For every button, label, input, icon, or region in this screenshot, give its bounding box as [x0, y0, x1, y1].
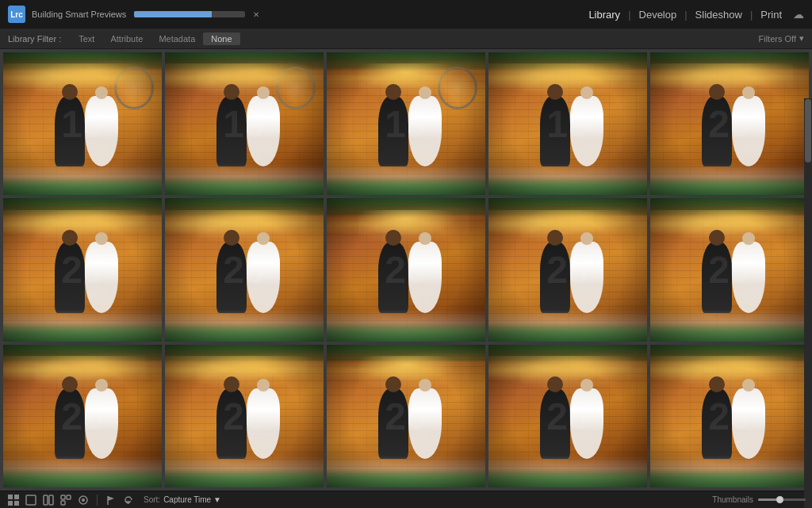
sort-label: Sort:	[144, 495, 160, 504]
cloud-icon: ☁	[793, 8, 804, 21]
progress-bar-fill	[134, 11, 212, 17]
top-navigation: Library | Develop | Slideshow | Print ☁	[582, 0, 804, 29]
photo-cell-11[interactable]: 20	[3, 345, 162, 487]
photo-cell-3[interactable]: 19	[327, 52, 485, 195]
photo-cell-8[interactable]: 20	[327, 198, 485, 341]
filter-tab-attribute[interactable]: Attribute	[102, 32, 151, 45]
filter-tab-text[interactable]: Text	[71, 32, 102, 45]
compare-view-button[interactable]	[41, 493, 56, 507]
svg-point-11	[82, 498, 85, 502]
filters-off-chevron: ▾	[799, 33, 804, 44]
grid-view-button[interactable]	[6, 493, 21, 507]
svg-rect-7	[61, 495, 65, 499]
rotate-icon[interactable]	[121, 493, 136, 507]
filter-label: Library Filter :	[8, 34, 61, 44]
svg-rect-0	[8, 495, 13, 499]
photo-cell-13[interactable]: 20	[327, 345, 485, 487]
thumbnail-size-slider[interactable]	[758, 498, 806, 501]
filters-off[interactable]: Filters Off ▾	[759, 33, 804, 44]
svg-rect-9	[61, 501, 65, 505]
svg-rect-8	[67, 495, 71, 499]
photo-cell-7[interactable]: 20	[165, 198, 324, 341]
svg-rect-2	[8, 501, 13, 506]
filter-tab-none[interactable]: None	[203, 32, 239, 45]
nav-slideshow[interactable]: Slideshow	[689, 7, 749, 22]
cinema-view-button[interactable]	[76, 493, 90, 507]
photo-cell-9[interactable]: 20	[488, 198, 647, 341]
slider-handle[interactable]	[776, 496, 783, 503]
photo-cell-1[interactable]: 19	[3, 52, 162, 195]
loupe-view-button[interactable]	[24, 493, 38, 507]
nav-develop[interactable]: Develop	[633, 7, 684, 22]
title-bar: Lrc Building Smart Previews ✕ Library | …	[0, 0, 812, 29]
slider-fill	[758, 498, 777, 501]
photo-cell-12[interactable]: 20	[165, 345, 324, 487]
svg-rect-6	[49, 495, 53, 505]
photo-cell-14[interactable]: 20	[488, 345, 647, 487]
progress-close-button[interactable]: ✕	[253, 10, 259, 19]
photo-cell-10[interactable]: 20	[650, 198, 809, 341]
filter-tab-metadata[interactable]: Metadata	[151, 32, 203, 45]
svg-rect-3	[14, 501, 19, 506]
survey-view-button[interactable]	[59, 493, 73, 507]
app-logo: Lrc	[8, 6, 25, 23]
photo-cell-5[interactable]: 20	[650, 52, 809, 195]
nav-print[interactable]: Print	[754, 7, 788, 22]
nav-library[interactable]: Library	[582, 7, 626, 22]
thumbnails-label: Thumbnails	[712, 495, 753, 504]
grid-scrollbar[interactable]	[804, 98, 812, 508]
svg-rect-1	[14, 495, 19, 499]
progress-bar-container	[134, 11, 245, 17]
photo-grid: 19 19	[0, 49, 812, 491]
grid-scrollbar-thumb[interactable]	[805, 99, 811, 162]
thumbnails-section: Thumbnails	[712, 495, 806, 504]
photo-cell-2[interactable]: 19	[165, 52, 324, 195]
photo-cell-15[interactable]: 20	[650, 345, 809, 487]
flag-icon[interactable]	[104, 493, 118, 507]
progress-title: Building Smart Previews	[32, 10, 126, 19]
svg-rect-4	[26, 495, 36, 505]
photo-cell-6[interactable]: 20	[3, 198, 162, 341]
filter-bar: Library Filter : Text Attribute Metadata…	[0, 29, 812, 49]
photo-cell-4[interactable]: 19	[488, 52, 647, 195]
sort-dropdown[interactable]: Capture Time ▼	[163, 495, 221, 504]
bottom-toolbar: Sort: Capture Time ▼ Thumbnails	[0, 491, 812, 508]
toolbar-separator-1	[97, 495, 98, 506]
photo-grid-wrapper: 19 19	[0, 49, 812, 491]
svg-rect-5	[44, 495, 48, 505]
